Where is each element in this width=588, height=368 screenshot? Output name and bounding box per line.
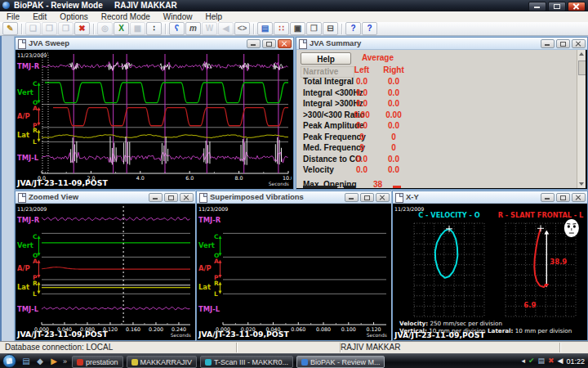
axis-letter: A [33,258,38,265]
summary-right-value: 0.0 [376,155,412,164]
window-minimize-button[interactable] [528,2,546,11]
sweep-mode-icon[interactable]: <> [234,22,250,35]
menu-item-file[interactable]: File [0,11,26,22]
taskbar-app-icon [77,359,83,366]
window-close-button[interactable] [568,2,586,11]
clipped-row-fragment [344,186,355,188]
copy-page-icon[interactable]: ❐ [58,22,74,35]
panel-title: Superimposed Vibrations [210,192,304,201]
markers-icon[interactable]: ∶ [146,22,162,35]
taskbar-clock[interactable]: 01:22 [566,357,585,366]
minimize-button[interactable] [541,39,555,48]
camera-icon[interactable]: ▣ [290,22,305,35]
word-export-icon[interactable]: W [202,22,217,35]
axis-letter: L [214,290,218,298]
palette-icon[interactable]: ∷ [274,22,289,35]
minimize-button[interactable] [149,193,163,202]
box-icon[interactable]: ❒ [306,22,322,35]
close-button[interactable] [572,193,586,202]
scrollbar-thumb[interactable] [578,61,586,75]
status-bar: Database connection: LOCAL RAJIV MAKKAR [0,341,588,353]
scroll-down-icon[interactable] [579,182,584,186]
x-tick-label: 10.0 [283,175,292,181]
zoomed-view-chart[interactable]: 0.0000.0400.0800.1200.1600.2000.240Secon… [16,204,194,339]
record-date: 11/23/2009 [198,206,228,212]
window-maximize-button[interactable] [548,2,566,11]
maximize-button[interactable] [262,39,276,48]
taskbar-button-label: MAKKARRAJIV [140,357,193,367]
summary-scrollbar[interactable] [577,50,586,188]
print-icon[interactable]: ⊟ [323,22,338,35]
menu-item-edit[interactable]: Edit [26,11,53,22]
taskbar-button-label: BioPAK - Review M... [310,357,380,367]
close-button[interactable] [278,39,292,48]
summary-right-value: 0 [376,132,412,141]
taskbar-button[interactable]: T-Scan III - MAKKR0... [200,356,293,368]
maximize-button[interactable] [556,39,570,48]
note-icon[interactable]: ✎ [2,22,18,35]
maximize-button[interactable] [360,193,374,202]
grid-icon[interactable]: ▦ [130,22,145,35]
summary-row: Peak Amplitude0.00.0 [296,121,566,132]
close-button[interactable] [180,193,194,202]
jva-sweep-chart[interactable]: 0.02.04.06.08.010.0Seconds11/23/2009TMJ-… [16,50,292,188]
panel-titlebar[interactable]: Superimposed Vibrations [197,191,391,204]
app-icon [2,2,10,9]
tray-error-icon[interactable]: ✖ [548,356,555,366]
taskbar-button[interactable]: prestation [72,356,123,368]
menu-item-options[interactable]: Options [53,11,94,22]
maximize-button[interactable] [556,193,570,202]
opening-distance-value: 38.9 [550,258,567,266]
minimize-button[interactable] [247,39,261,48]
delete-icon[interactable]: ✖ [74,22,90,35]
quick-launch-media-icon[interactable]: ◆ [35,357,45,366]
maximize-button[interactable] [164,193,178,202]
window-titlebar[interactable]: BioPAK - Review Mode RAJIV MAKKAR [0,0,588,11]
close-button[interactable] [376,193,390,202]
summary-left-value: 0.0 [344,99,380,108]
toolbar-separator [93,24,95,34]
minimize-button[interactable] [345,193,359,202]
quick-launch-desktop-icon[interactable]: ▤ [21,357,31,366]
menu-item-record-mode[interactable]: Record Mode [95,11,157,22]
panel-titlebar[interactable]: X-Y [393,191,587,204]
tray-volume-icon[interactable]: ◀ [558,356,564,366]
tray-display-icon[interactable]: ▤ [537,356,545,366]
taskbar-button[interactable]: BioPAK - Review M... [296,356,385,368]
taskbar-button[interactable]: MAKKARRAJIV [127,356,198,368]
minimize-button[interactable] [541,193,555,202]
copy-icon[interactable]: ❐ [42,22,57,35]
help-icon[interactable]: ? [345,22,361,35]
jva-listen-icon[interactable]: ʕ [169,22,185,35]
summary-right-value: 0 [376,143,412,152]
tray-check-icon[interactable]: ✔ [528,356,535,366]
excel-export-icon[interactable]: X [114,22,129,35]
tray-chevron-icon[interactable]: ◂ [521,356,525,366]
taskbar-app-icon [301,359,308,366]
quick-launch-overflow-icon[interactable]: » [63,357,67,366]
panel-titlebar[interactable]: JVA Sweep [16,38,293,50]
emg-icon[interactable]: m [185,22,201,35]
x-tick-label: 6.0 [185,175,194,181]
scroll-up-icon[interactable] [579,52,584,56]
speaker-icon[interactable]: ◀ [218,22,234,35]
document-icon [199,193,207,203]
panel-titlebar[interactable]: Zoomed View [16,191,195,204]
superimposed-vibrations-chart[interactable]: 0.0000.0200.0400.0600.0800.1000.120Secon… [197,204,390,339]
menu-item-help[interactable]: Help [198,11,229,22]
document-icon [18,193,26,203]
summary-right-value: 0.00 [376,110,412,119]
summary-right-value: 0.0 [376,121,412,130]
start-button[interactable] [2,354,16,368]
menu-item-window[interactable]: Window [157,11,199,22]
context-help-icon[interactable]: ? [362,22,377,35]
monitor-icon[interactable]: ▤ [257,22,273,35]
close-button[interactable] [572,39,586,48]
lateral-distance-value: 6.9 [523,301,536,309]
open-record-icon[interactable]: ❏ [25,22,41,35]
panel-titlebar[interactable]: JVA Summary [296,38,587,50]
channel-label: TMJ-L [17,154,39,162]
quick-launch-player-icon[interactable]: ▶ [49,357,59,366]
axis-letter: R [33,127,38,134]
zoom-icon[interactable]: ◎ [97,22,113,35]
